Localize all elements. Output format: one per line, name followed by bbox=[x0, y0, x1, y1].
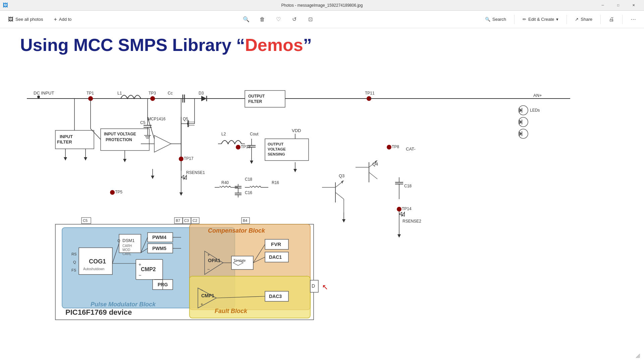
svg-point-82 bbox=[179, 157, 183, 161]
svg-point-94 bbox=[236, 145, 240, 149]
title-end: ” bbox=[303, 35, 312, 55]
toolbar: 🖼 See all photos + Add to 🔍 🗑 ♡ ↺ ⊡ 🔍 Se… bbox=[0, 11, 644, 28]
svg-line-227 bbox=[637, 355, 640, 358]
zoom-button[interactable]: 🔍 bbox=[239, 13, 253, 26]
resize-handle bbox=[631, 349, 644, 362]
minimize-button[interactable]: ─ bbox=[595, 0, 610, 11]
share-icon: ↗ bbox=[575, 17, 579, 22]
share-label: Share bbox=[581, 17, 592, 22]
edit-icon: ✏ bbox=[523, 17, 526, 22]
svg-text:MOD: MOD bbox=[122, 248, 130, 252]
delete-button[interactable]: 🗑 bbox=[256, 13, 269, 26]
add-to-label: Add to bbox=[59, 17, 72, 22]
svg-text:COG1: COG1 bbox=[89, 258, 106, 265]
title-text: Using MCC SMPS Library “ bbox=[20, 35, 245, 55]
svg-marker-146 bbox=[151, 176, 154, 179]
svg-text:+: + bbox=[201, 302, 203, 307]
favorite-button[interactable]: ♡ bbox=[272, 13, 285, 26]
search-icon: 🔍 bbox=[485, 17, 490, 22]
photos-icon: 🖼 bbox=[8, 16, 13, 22]
svg-text:TP13: TP13 bbox=[241, 144, 251, 149]
diagram-title: Using MCC SMPS Library “Demos” bbox=[20, 35, 312, 55]
svg-text:D: D bbox=[312, 283, 315, 289]
close-button[interactable]: ✕ bbox=[626, 0, 641, 11]
svg-rect-18 bbox=[245, 90, 285, 107]
window-controls: ─ □ ✕ bbox=[595, 0, 641, 11]
svg-text:Q3: Q3 bbox=[339, 173, 344, 178]
svg-line-130 bbox=[369, 172, 377, 179]
svg-marker-154 bbox=[397, 234, 401, 238]
svg-text:FILTER: FILTER bbox=[57, 139, 72, 144]
svg-text:PIC16F1769 device: PIC16F1769 device bbox=[65, 308, 132, 316]
svg-text:L1: L1 bbox=[117, 91, 122, 96]
svg-text:LEDs: LEDs bbox=[530, 108, 540, 113]
divider3 bbox=[600, 15, 601, 24]
svg-marker-49 bbox=[84, 157, 87, 161]
rotate-button[interactable]: ↺ bbox=[288, 13, 301, 26]
circuit-diagram-svg: DC INPUT TP1 L1 TP3 Cc D3 bbox=[0, 58, 610, 326]
svg-text:FILTER: FILTER bbox=[248, 99, 262, 104]
svg-text:TP14: TP14 bbox=[402, 206, 412, 211]
svg-text:AN+: AN+ bbox=[533, 93, 542, 98]
svg-text:FS: FS bbox=[71, 268, 76, 272]
print-button[interactable]: 🖨 bbox=[605, 13, 618, 26]
svg-text:SENSING: SENSING bbox=[268, 152, 285, 156]
svg-text:Cc: Cc bbox=[168, 91, 173, 96]
toolbar-center: 🔍 🗑 ♡ ↺ ⊡ bbox=[78, 13, 478, 26]
svg-text:D3: D3 bbox=[199, 91, 204, 96]
svg-text:C16: C16 bbox=[245, 190, 252, 195]
svg-text:C5: C5 bbox=[140, 120, 146, 125]
search-label: Search bbox=[492, 17, 506, 22]
svg-text:RSENSE2: RSENSE2 bbox=[402, 219, 421, 224]
svg-text:INPUT VOLTAGE: INPUT VOLTAGE bbox=[104, 132, 136, 136]
title-bar: 🖼 Photos - messageImage_1592274189806.jp… bbox=[0, 0, 644, 11]
svg-text:MCP1416: MCP1416 bbox=[148, 117, 166, 121]
svg-text:−: − bbox=[139, 273, 141, 278]
search-button[interactable]: 🔍 Search bbox=[481, 15, 510, 24]
divider2 bbox=[567, 15, 567, 24]
svg-text:+: + bbox=[207, 252, 210, 257]
diagram-container: Using MCC SMPS Library “Demos” DC INPUT … bbox=[0, 28, 644, 362]
add-to-button[interactable]: + Add to bbox=[50, 14, 75, 24]
svg-point-141 bbox=[397, 207, 401, 212]
svg-text:B7: B7 bbox=[176, 219, 180, 223]
svg-text:Q: Q bbox=[73, 260, 76, 264]
share-button[interactable]: ↗ Share bbox=[571, 15, 596, 24]
svg-point-2 bbox=[37, 96, 40, 98]
toolbar-right: 🔍 Search ✏ Edit & Create ▾ ↗ Share 🖨 ⋯ bbox=[481, 13, 640, 26]
svg-text:RSENSE1: RSENSE1 bbox=[186, 170, 205, 175]
svg-marker-56 bbox=[123, 159, 126, 162]
svg-text:PROTECTION: PROTECTION bbox=[106, 137, 132, 142]
toolbar-left: 🖼 See all photos + Add to bbox=[4, 14, 75, 24]
svg-point-6 bbox=[150, 96, 155, 101]
see-all-photos-label: See all photos bbox=[15, 17, 43, 22]
svg-text:R16: R16 bbox=[272, 180, 279, 185]
main-content: Using MCC SMPS Library “Demos” DC INPUT … bbox=[0, 28, 644, 362]
svg-text:Q: Q bbox=[117, 239, 120, 243]
dc-input-label: DC INPUT bbox=[34, 90, 54, 96]
svg-point-100 bbox=[110, 190, 115, 195]
svg-text:DSM1: DSM1 bbox=[122, 238, 135, 243]
svg-marker-150 bbox=[293, 169, 297, 172]
edit-create-button[interactable]: ✏ Edit & Create ▾ bbox=[519, 15, 562, 24]
crop-button[interactable]: ⊡ bbox=[304, 13, 317, 26]
svg-marker-66 bbox=[154, 135, 171, 152]
svg-text:R40: R40 bbox=[221, 180, 229, 185]
svg-text:OPA1: OPA1 bbox=[208, 258, 220, 263]
svg-text:DAC1: DAC1 bbox=[269, 254, 282, 260]
svg-text:+: + bbox=[139, 262, 141, 267]
svg-text:TP17: TP17 bbox=[184, 156, 194, 161]
svg-text:CARL: CARL bbox=[122, 252, 131, 256]
svg-text:Compensator Block: Compensator Block bbox=[208, 227, 265, 234]
svg-text:VOLTAGE: VOLTAGE bbox=[268, 147, 286, 151]
svg-text:−: − bbox=[207, 267, 210, 272]
svg-text:FVR: FVR bbox=[271, 241, 281, 247]
svg-text:C18: C18 bbox=[404, 184, 412, 188]
more-button[interactable]: ⋯ bbox=[627, 13, 640, 26]
maximize-button[interactable]: □ bbox=[610, 0, 626, 11]
see-all-photos-button[interactable]: 🖼 See all photos bbox=[4, 14, 47, 24]
svg-text:Cout: Cout bbox=[250, 132, 259, 136]
svg-text:C3: C3 bbox=[184, 219, 189, 223]
svg-text:INPUT: INPUT bbox=[60, 134, 73, 139]
svg-text:Autoshutdown: Autoshutdown bbox=[83, 267, 104, 271]
